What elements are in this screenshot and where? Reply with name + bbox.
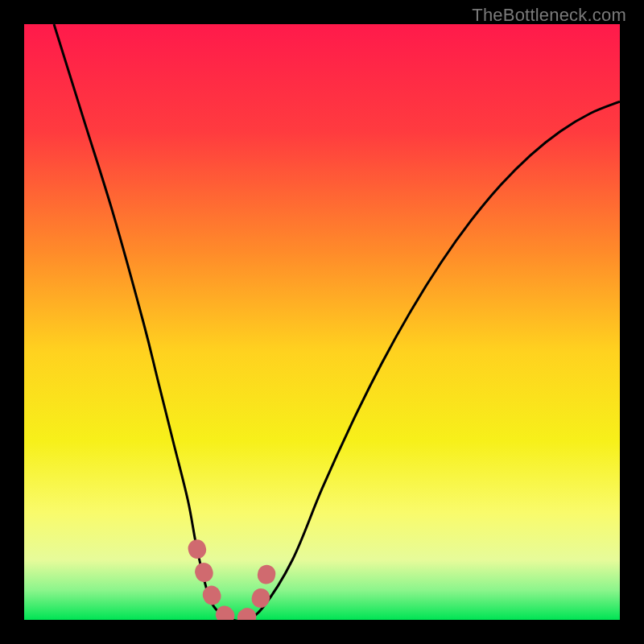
chart-frame: TheBottleneck.com <box>0 0 644 644</box>
bottleneck-curve <box>54 24 620 620</box>
optimal-zone-highlight <box>197 548 269 620</box>
curve-layer <box>24 24 620 620</box>
plot-area <box>24 24 620 620</box>
watermark-text: TheBottleneck.com <box>472 5 626 26</box>
